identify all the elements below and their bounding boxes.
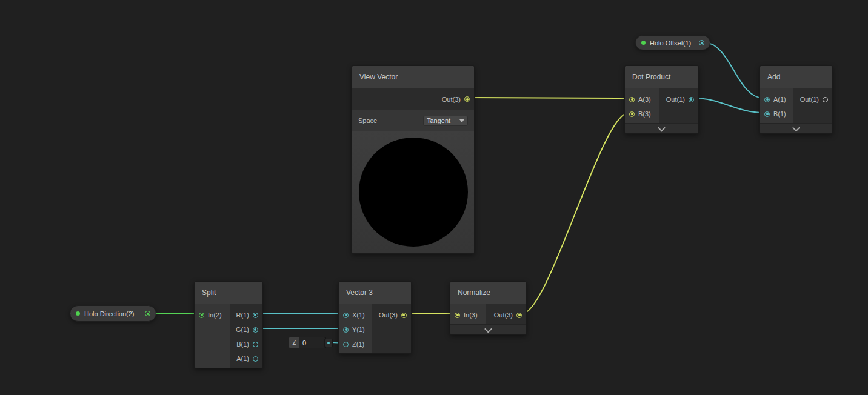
port-label: In(3): [464, 311, 478, 319]
port-label: B(3): [638, 110, 651, 118]
port-label: A(1): [236, 355, 249, 362]
property-node-holo-offset[interactable]: Holo Offset(1): [635, 35, 710, 50]
collapse-chevron-button[interactable]: [625, 123, 698, 133]
node-view-vector[interactable]: View Vector Out(3) Space Tangent: [352, 65, 475, 254]
chevron-down-icon: [658, 124, 666, 131]
port-vector3-x[interactable]: [343, 313, 349, 318]
port-vector3-y[interactable]: [343, 327, 349, 333]
node-title[interactable]: View Vector: [352, 66, 474, 88]
port-label: Y(1): [352, 326, 365, 333]
space-dropdown[interactable]: Tangent: [423, 116, 468, 126]
shader-graph-canvas[interactable]: Holo Offset(1) Holo Direction(2) View Ve…: [0, 0, 868, 395]
port-dot-product-out[interactable]: [689, 97, 694, 102]
port-row: B(1): [760, 107, 793, 121]
port-normalize-out[interactable]: [516, 313, 522, 318]
port-dot-product-b[interactable]: [629, 111, 635, 117]
port-row: X(1): [339, 308, 372, 322]
preview-sphere: [359, 138, 468, 247]
edge-normalize-out-to-dotproduct-b[interactable]: [522, 113, 629, 314]
space-label: Space: [358, 117, 377, 124]
z-field-connector-dot: [327, 342, 330, 344]
chevron-down-icon: [792, 124, 800, 131]
port-label: In(2): [208, 311, 222, 319]
chevron-down-icon: [459, 119, 464, 122]
output-ports-column: Out(1): [659, 88, 698, 123]
view-vector-output-row: Out(3): [352, 88, 474, 110]
port-label: Out(1): [666, 96, 685, 103]
node-title[interactable]: Vector 3: [339, 282, 411, 304]
port-row: G(1): [230, 322, 262, 337]
port-row: Out(3): [486, 308, 527, 322]
collapse-chevron-button[interactable]: [760, 123, 832, 133]
port-row: Out(1): [793, 92, 832, 107]
node-title[interactable]: Normalize: [450, 282, 526, 304]
property-node-holo-direction[interactable]: Holo Direction(2): [70, 305, 156, 322]
port-row: In(2): [195, 308, 230, 322]
port-label: Z(1): [352, 340, 364, 348]
node-add[interactable]: Add A(1) B(1) Out(1): [760, 65, 833, 134]
input-ports-column: In(2): [195, 304, 230, 368]
node-preview: [352, 131, 474, 253]
port-row: B(1): [230, 337, 262, 351]
port-label: X(1): [352, 311, 365, 319]
edge-holooffset-to-add-a[interactable]: [704, 42, 764, 98]
output-ports-column: Out(1): [793, 88, 832, 123]
port-row: A(1): [760, 92, 793, 107]
property-label: Holo Offset(1): [650, 39, 695, 47]
port-add-out[interactable]: [823, 97, 828, 102]
node-split[interactable]: Split In(2) R(1) G(1) B(1): [194, 281, 263, 368]
port-label: Out(3): [442, 96, 461, 103]
port-split-r[interactable]: [253, 313, 258, 318]
port-row: Out(1): [659, 92, 698, 107]
port-split-g[interactable]: [253, 327, 258, 333]
port-label: Out(1): [800, 96, 819, 103]
z-default-value-field[interactable]: Z 0: [289, 337, 326, 348]
node-title[interactable]: Add: [760, 66, 832, 88]
port-vector3-z[interactable]: [343, 342, 349, 347]
node-normalize[interactable]: Normalize In(3) Out(3): [450, 281, 527, 335]
z-field-value-input[interactable]: 0: [299, 339, 325, 347]
port-vector3-out[interactable]: [401, 313, 407, 318]
edge-dotproduct-out-to-add-b[interactable]: [694, 98, 764, 113]
port-label: Out(3): [494, 311, 513, 319]
port-dot-product-a[interactable]: [629, 97, 635, 102]
node-title[interactable]: Split: [195, 282, 262, 304]
port-add-b[interactable]: [764, 111, 770, 117]
port-holo-direction-out[interactable]: [145, 311, 150, 316]
input-ports-column: X(1) Y(1) Z(1): [339, 304, 372, 353]
node-dot-product[interactable]: Dot Product A(3) B(3) Out(1): [624, 65, 699, 134]
port-add-a[interactable]: [764, 97, 770, 102]
port-view-vector-out[interactable]: [464, 96, 470, 102]
z-field-axis-label: Z: [289, 337, 299, 348]
port-row: B(3): [625, 107, 659, 121]
node-vector3[interactable]: Vector 3 X(1) Y(1) Z(1) Out(3): [338, 281, 412, 354]
port-split-in[interactable]: [199, 313, 204, 318]
edge-viewvector-out-to-dotproduct-a[interactable]: [470, 98, 628, 98]
output-ports-column: Out(3): [372, 304, 411, 353]
view-vector-space-row: Space Tangent: [352, 110, 474, 131]
port-label: Out(3): [379, 311, 398, 319]
output-ports-column: Out(3): [486, 304, 527, 324]
port-split-b[interactable]: [253, 342, 258, 347]
port-holo-offset-out[interactable]: [699, 40, 704, 45]
port-row: A(1): [230, 351, 262, 366]
port-label: B(1): [773, 110, 786, 118]
port-row: A(3): [625, 92, 659, 107]
input-ports-column: In(3): [450, 304, 486, 324]
exposed-property-dot: [641, 41, 646, 45]
input-ports-column: A(1) B(1): [760, 88, 793, 123]
port-label: B(1): [236, 340, 249, 348]
input-ports-column: A(3) B(3): [625, 88, 659, 123]
port-label: R(1): [236, 311, 249, 319]
port-row: Out(3): [372, 308, 411, 322]
port-normalize-in[interactable]: [455, 313, 460, 318]
output-ports-column: R(1) G(1) B(1) A(1): [230, 304, 262, 368]
port-label: A(3): [638, 96, 651, 103]
port-split-a[interactable]: [253, 356, 258, 362]
chevron-down-icon: [484, 325, 492, 333]
node-title[interactable]: Dot Product: [625, 66, 698, 88]
collapse-chevron-button[interactable]: [450, 324, 526, 334]
port-row: R(1): [230, 308, 262, 322]
port-row: Y(1): [339, 322, 372, 337]
z-field-connector: [324, 339, 333, 347]
